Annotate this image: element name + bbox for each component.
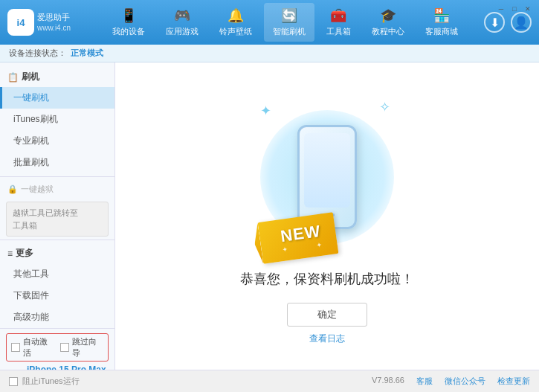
device-info: 📱 iPhone 15 Pro Max 512GB iPhone xyxy=(6,364,109,370)
success-title: 恭喜您，保资料刷机成功啦！ xyxy=(240,270,414,288)
header: i4 爱思助手 www.i4.cn 📱 我的设备 🎮 应用游戏 🔔 铃声壁纸 xyxy=(0,0,539,45)
footer-check-update[interactable]: 检查更新 xyxy=(497,376,530,387)
sparkle-icon-1: ✦ xyxy=(260,103,271,119)
footer-left: 阻止iTunes运行 xyxy=(9,376,80,387)
phone-illustration: ✦ ✧ ✦ NEW ✦✦ xyxy=(245,88,409,266)
device-icon: 📱 xyxy=(120,7,137,24)
nav-tutorial[interactable]: 🎓 教程中心 xyxy=(363,3,413,42)
sidebar-other-tools[interactable]: 其他工具 xyxy=(0,263,114,285)
sidebar: 📋 刷机 一键刷机 iTunes刷机 专业刷机 批量刷机 🔒 一键越狱 越狱工具… xyxy=(0,62,115,370)
new-ribbon: NEW ✦✦ xyxy=(260,217,336,259)
itunes-checkbox[interactable] xyxy=(9,377,18,386)
service-icon: 🏪 xyxy=(433,7,450,24)
sparkle-icon-2: ✧ xyxy=(379,99,390,115)
sidebar-download-firmware[interactable]: 下载固件 xyxy=(0,285,114,306)
ringtone-icon: 🔔 xyxy=(227,7,244,24)
more-icon: ≡ xyxy=(7,248,13,259)
toolbox-icon: 🧰 xyxy=(330,7,346,24)
sidebar-divider-1 xyxy=(0,176,114,177)
status-bar: 设备连接状态： 正常模式 xyxy=(0,45,539,62)
content-area: ✦ ✧ ✦ NEW ✦✦ xyxy=(115,62,539,370)
sidebar-recovery-header: 🔒 一键越狱 xyxy=(0,180,114,199)
skip-guide-checkbox[interactable] xyxy=(60,343,69,352)
footer: 阻止iTunes运行 V7.98.66 客服 微信公众号 检查更新 xyxy=(0,370,539,392)
account-button[interactable]: 👤 xyxy=(511,12,532,33)
sidebar-advanced[interactable]: 高级功能 xyxy=(0,306,114,328)
auto-activate-checkbox[interactable] xyxy=(11,343,20,352)
nav-smart-flash[interactable]: 🔄 智能刷机 xyxy=(264,3,314,42)
device-details: iPhone 15 Pro Max 512GB iPhone xyxy=(27,364,106,370)
nav-apps-games[interactable]: 🎮 应用游戏 xyxy=(157,3,207,42)
flash-section-icon: 📋 xyxy=(7,72,19,83)
maximize-button[interactable]: □ xyxy=(509,4,520,14)
header-right: ⬇ 👤 xyxy=(484,12,532,33)
sidebar-divider-2 xyxy=(0,240,114,240)
logo-text: 爱思助手 www.i4.cn xyxy=(37,12,71,32)
confirm-button[interactable]: 确定 xyxy=(287,303,367,327)
sidebar-more-header: ≡ 更多 xyxy=(0,243,114,263)
sidebar-one-key-flash[interactable]: 一键刷机 xyxy=(0,87,114,109)
nav-bar: 📱 我的设备 🎮 应用游戏 🔔 铃声壁纸 🔄 智能刷机 🧰 工具箱 🎓 xyxy=(85,3,484,42)
log-link[interactable]: 查看日志 xyxy=(309,332,345,345)
main-area: 📋 刷机 一键刷机 iTunes刷机 专业刷机 批量刷机 🔒 一键越狱 越狱工具… xyxy=(0,62,539,370)
logo-icon: i4 xyxy=(7,9,34,36)
device-section: 自动激活 跳过向导 📱 iPhone 15 Pro Max 512GB iPho… xyxy=(0,328,114,370)
nav-my-device[interactable]: 📱 我的设备 xyxy=(103,3,154,42)
tutorial-icon: 🎓 xyxy=(380,7,396,24)
footer-customer-service[interactable]: 客服 xyxy=(416,376,433,387)
phone-screen xyxy=(304,133,350,208)
sidebar-notice: 越狱工具已跳转至工具箱 xyxy=(6,202,109,237)
apps-icon: 🎮 xyxy=(174,7,190,24)
auto-activate-row: 自动激活 跳过向导 xyxy=(6,333,109,362)
nav-toolbox[interactable]: 🧰 工具箱 xyxy=(317,3,360,42)
minimize-button[interactable]: ─ xyxy=(496,4,506,14)
sidebar-pro-flash[interactable]: 专业刷机 xyxy=(0,130,114,152)
download-button[interactable]: ⬇ xyxy=(484,12,505,33)
footer-wechat[interactable]: 微信公众号 xyxy=(445,376,485,387)
nav-service[interactable]: 🏪 客服商城 xyxy=(416,3,467,42)
sidebar-itunes-flash[interactable]: iTunes刷机 xyxy=(0,109,114,130)
logo: i4 爱思助手 www.i4.cn xyxy=(7,9,71,36)
close-button[interactable]: ✕ xyxy=(523,4,533,14)
sidebar-top: 📋 刷机 一键刷机 iTunes刷机 专业刷机 批量刷机 🔒 一键越狱 越狱工具… xyxy=(0,67,114,328)
lock-icon: 🔒 xyxy=(7,184,18,194)
nav-ringtones[interactable]: 🔔 铃声壁纸 xyxy=(210,3,261,42)
sidebar-flash-header: 📋 刷机 xyxy=(0,67,114,87)
footer-right: V7.98.66 客服 微信公众号 检查更新 xyxy=(372,376,530,387)
sidebar-batch-flash[interactable]: 批量刷机 xyxy=(0,152,114,173)
flash-icon: 🔄 xyxy=(281,7,297,24)
